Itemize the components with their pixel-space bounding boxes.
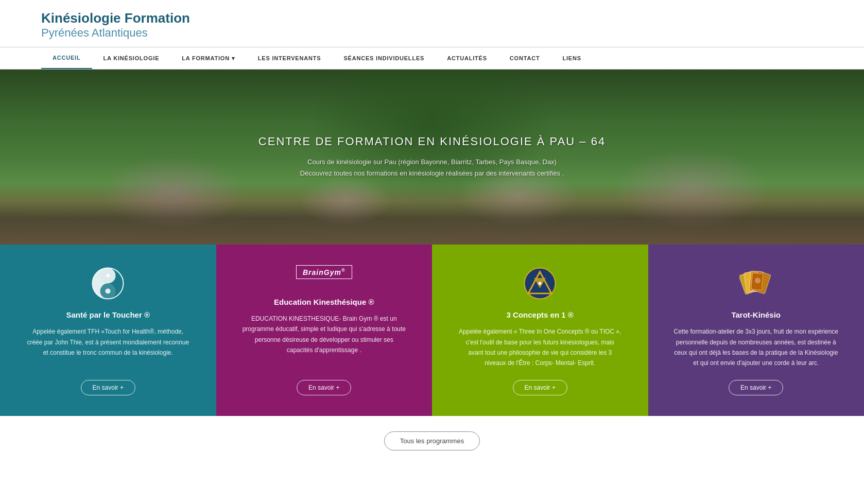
site-title-main: Kinésiologie Formation (41, 10, 823, 26)
concepts-icon (522, 265, 558, 301)
svg-point-5 (107, 289, 110, 292)
hero-section: CENTRE DE FORMATION EN KINÉSIOLOGIE À PA… (0, 69, 864, 245)
nav-seances[interactable]: SÉANCES INDIVIDUELLES (332, 48, 436, 68)
braingym-text: BrainGym® (296, 265, 352, 279)
card-sante-title: Santé par le Toucher ® (66, 310, 150, 319)
main-nav: ACCUEIL LA KINÉSIOLOGIE LA FORMATION ▾ L… (0, 47, 864, 69)
card-braingym-title: Education Kinesthésique ® (274, 298, 374, 306)
bottom-section: Tous les programmes (0, 416, 864, 466)
dropdown-arrow-icon: ▾ (232, 55, 235, 62)
cards-section: Santé par le Toucher ® Appelée également… (0, 245, 864, 416)
nav-contact[interactable]: CONTACT (498, 48, 551, 68)
card-sante: Santé par le Toucher ® Appelée également… (0, 245, 216, 416)
card-tarot-title: Tarot-Kinésio (731, 310, 781, 319)
card-concepts: 3 Concepts en 1 ® Appelée également « Th… (432, 245, 648, 416)
card-braingym: BrainGym® Education Kinesthésique ® EDUC… (216, 245, 433, 416)
nav-actualites[interactable]: ACTUALITÉS (436, 48, 498, 68)
card-concepts-btn[interactable]: En savoir + (513, 380, 567, 395)
card-tarot-btn[interactable]: En savoir + (729, 380, 783, 395)
nav-liens[interactable]: LIENS (551, 48, 592, 68)
nav-formation[interactable]: LA FORMATION ▾ (170, 48, 247, 69)
all-programs-button[interactable]: Tous les programmes (384, 431, 480, 450)
card-tarot-desc: Cette formation-atelier de 3x3 jours, fr… (673, 326, 838, 369)
card-tarot: Tarot-Kinésio Cette formation-atelier de… (648, 245, 865, 416)
card-braingym-desc: EDUCATION KINESTHESIQUE- Brain Gym ® est… (241, 314, 406, 369)
svg-point-4 (107, 274, 110, 277)
nav-kinesiologie[interactable]: LA KINÉSIOLOGIE (92, 48, 171, 68)
card-braingym-btn[interactable]: En savoir + (297, 380, 351, 395)
hero-content: CENTRE DE FORMATION EN KINÉSIOLOGIE À PA… (258, 135, 606, 179)
braingym-logo-icon: BrainGym® (296, 265, 352, 288)
hero-title: CENTRE DE FORMATION EN KINÉSIOLOGIE À PA… (258, 135, 606, 148)
card-sante-desc: Appelée également TFH «Touch for Health®… (26, 326, 191, 369)
header: Kinésiologie Formation Pyrénées Atlantiq… (0, 0, 864, 40)
site-title-sub: Pyrénées Atlantiques (41, 26, 823, 40)
hero-subtitle: Cours de kinésiologie sur Pau (région Ba… (258, 157, 606, 179)
tarot-cards-icon (738, 265, 774, 301)
card-sante-btn[interactable]: En savoir + (81, 380, 135, 395)
card-concepts-title: 3 Concepts en 1 ® (507, 310, 574, 319)
nav-accueil[interactable]: ACCUEIL (41, 47, 92, 69)
card-concepts-desc: Appelée également « Three In One Concept… (458, 326, 623, 369)
nav-intervenants[interactable]: LES INTERVENANTS (247, 48, 333, 68)
yin-yang-icon (90, 265, 126, 301)
svg-point-9 (539, 282, 542, 285)
